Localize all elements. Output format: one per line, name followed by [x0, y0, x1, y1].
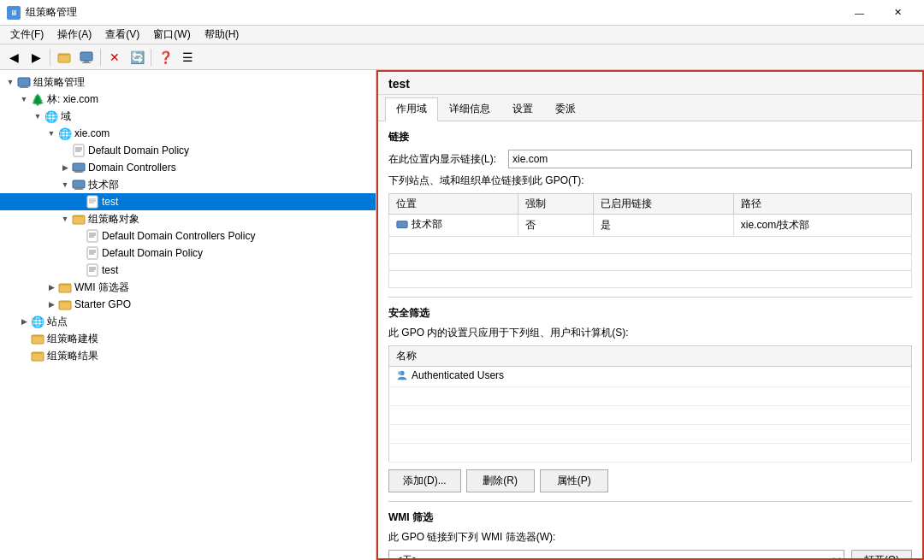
toggle-domains[interactable]: ▼: [31, 109, 44, 123]
toolbar: ◀ ▶ ✕ 🔄 ❓ ☰: [0, 44, 924, 70]
svg-rect-5: [21, 86, 27, 87]
table-row[interactable]: 技术部 否 是 xie.com/技术部: [389, 215, 912, 237]
tree-node-xiecom[interactable]: ▼ 🌐 xie.com: [0, 125, 376, 142]
tab-delegation[interactable]: 委派: [544, 97, 587, 121]
menu-help[interactable]: 帮助(H): [198, 26, 246, 44]
security-col-name[interactable]: 名称: [389, 345, 912, 366]
back-button[interactable]: ◀: [3, 47, 24, 68]
label-forest: 林: xie.com: [47, 92, 98, 107]
table-row-empty2: [389, 253, 912, 270]
tree-node-test[interactable]: ▶ test: [0, 193, 376, 210]
wmi-open-button[interactable]: 打开(O): [851, 550, 912, 561]
toggle-wmi[interactable]: ▶: [44, 280, 58, 294]
tree-node-gpo[interactable]: ▼ 组策略对象: [0, 210, 376, 227]
properties-button[interactable]: 属性(P): [540, 469, 608, 492]
toggle-root[interactable]: ▼: [3, 75, 17, 89]
tree-node-root[interactable]: ▼ 组策略管理: [0, 74, 376, 91]
menu-file[interactable]: 文件(F): [3, 26, 50, 44]
tree-node-ddcp[interactable]: ▶ Default Domain Controllers Policy: [0, 227, 376, 245]
icon-test: [86, 195, 99, 209]
tree-node-domaincontrollers[interactable]: ▶ Domain Controllers: [0, 159, 376, 176]
list-button[interactable]: ☰: [177, 47, 198, 68]
label-domaincontrollers: Domain Controllers: [88, 162, 176, 174]
toggle-xiecom[interactable]: ▼: [44, 127, 58, 140]
toggle-domaincontrollers[interactable]: ▶: [58, 161, 72, 174]
icon-ddcp: [86, 229, 99, 243]
icon-sites: 🌐: [31, 315, 44, 328]
icon-gporesults: [31, 349, 44, 363]
tree-node-wmi[interactable]: ▶ WMI 筛选器: [0, 279, 376, 296]
location-label: 在此位置内显示链接(L):: [388, 152, 508, 167]
toggle-startergpo[interactable]: ▶: [44, 298, 58, 311]
wmi-select[interactable]: <无>: [388, 550, 844, 560]
cell-path: xie.com/技术部: [733, 215, 911, 237]
window-controls: — ✕: [840, 0, 917, 26]
toggle-sites[interactable]: ▶: [17, 315, 31, 328]
tab-content-scope: 链接 在此位置内显示链接(L): xie.com 下列站点、域和组织单位链接到此…: [378, 121, 922, 560]
folder-button[interactable]: [54, 47, 74, 68]
tree-node-startergpo[interactable]: ▶ Starter GPO: [0, 296, 376, 313]
svg-rect-14: [73, 180, 85, 188]
tab-scope[interactable]: 作用域: [385, 97, 438, 121]
tree-node-forest[interactable]: ▼ 🌲 林: xie.com: [0, 91, 376, 108]
tree-node-gporesults[interactable]: ▶ 组策略结果: [0, 347, 376, 364]
tree-node-sites[interactable]: ▶ 🌐 站点: [0, 313, 376, 330]
computer-button[interactable]: [76, 47, 97, 68]
link-section-title: 链接: [388, 130, 912, 144]
col-forced[interactable]: 强制: [518, 194, 593, 215]
tree-node-ddp[interactable]: ▶ Default Domain Policy: [0, 245, 376, 262]
security-cell-name: Authenticated Users: [389, 366, 912, 386]
toggle-gpo[interactable]: ▼: [58, 212, 72, 226]
tree-node-defaultdomain[interactable]: ▶ Default Domain Policy: [0, 142, 376, 159]
icon-domains: 🌐: [44, 109, 58, 123]
tab-settings[interactable]: 设置: [501, 97, 544, 121]
tab-details[interactable]: 详细信息: [438, 97, 501, 121]
label-testgpo: test: [102, 264, 118, 276]
tree-node-jishubu[interactable]: ▼ 技术部: [0, 176, 376, 193]
tree-node-testgpo[interactable]: ▶ test: [0, 262, 376, 279]
label-ddcp: Default Domain Controllers Policy: [102, 230, 255, 242]
label-domains: 域: [61, 109, 71, 124]
svg-rect-26: [87, 247, 98, 259]
cell-location: 技术部: [389, 215, 518, 237]
icon-startergpo: [58, 298, 72, 311]
refresh-button[interactable]: 🔄: [127, 47, 147, 68]
delete-button[interactable]: 删除(R): [466, 469, 535, 492]
tree-pane: ▼ 组策略管理 ▼ 🌲 林: xie.com ▼ 🌐 域 ▼ 🌐 xie.com: [0, 70, 376, 560]
col-enabled[interactable]: 已启用链接: [593, 194, 733, 215]
icon-ddp: [86, 246, 99, 260]
minimize-button[interactable]: —: [840, 0, 879, 26]
security-empty-2: [389, 405, 912, 424]
menu-window[interactable]: 窗口(W): [146, 26, 197, 44]
table-row-empty3: [389, 270, 912, 287]
security-row[interactable]: Authenticated Users: [389, 366, 912, 386]
location-field-row: 在此位置内显示链接(L): xie.com: [388, 150, 912, 168]
menu-view[interactable]: 查看(V): [98, 26, 146, 44]
help-button[interactable]: ❓: [155, 47, 175, 68]
app-icon: 🖥: [7, 6, 21, 20]
icon-root: [17, 75, 31, 89]
col-location[interactable]: 位置: [389, 194, 518, 215]
icon-defaultdomain: [72, 144, 86, 157]
delete-button[interactable]: ✕: [104, 47, 125, 68]
security-empty-4: [389, 443, 912, 462]
toggle-jishubu[interactable]: ▼: [58, 178, 72, 192]
svg-rect-11: [73, 163, 85, 171]
add-button[interactable]: 添加(D)...: [388, 469, 461, 492]
main-area: ▼ 组策略管理 ▼ 🌲 林: xie.com ▼ 🌐 域 ▼ 🌐 xie.com: [0, 70, 924, 560]
label-gporesults: 组策略结果: [47, 349, 98, 363]
svg-rect-4: [18, 78, 30, 86]
label-ddp: Default Domain Policy: [102, 247, 203, 259]
svg-rect-30: [87, 264, 98, 276]
close-button[interactable]: ✕: [879, 0, 917, 26]
tree-node-domains[interactable]: ▼ 🌐 域: [0, 108, 376, 125]
toggle-forest[interactable]: ▼: [17, 92, 31, 106]
forward-button[interactable]: ▶: [26, 47, 46, 68]
icon-gpo: [72, 212, 86, 226]
location-value[interactable]: xie.com: [508, 150, 912, 168]
icon-domaincontrollers: [72, 161, 86, 174]
tree-node-gpomodeling[interactable]: ▶ 组策略建模: [0, 330, 376, 347]
col-path[interactable]: 路径: [733, 194, 911, 215]
label-gpomodeling: 组策略建模: [47, 332, 98, 346]
menu-action[interactable]: 操作(A): [50, 26, 98, 44]
